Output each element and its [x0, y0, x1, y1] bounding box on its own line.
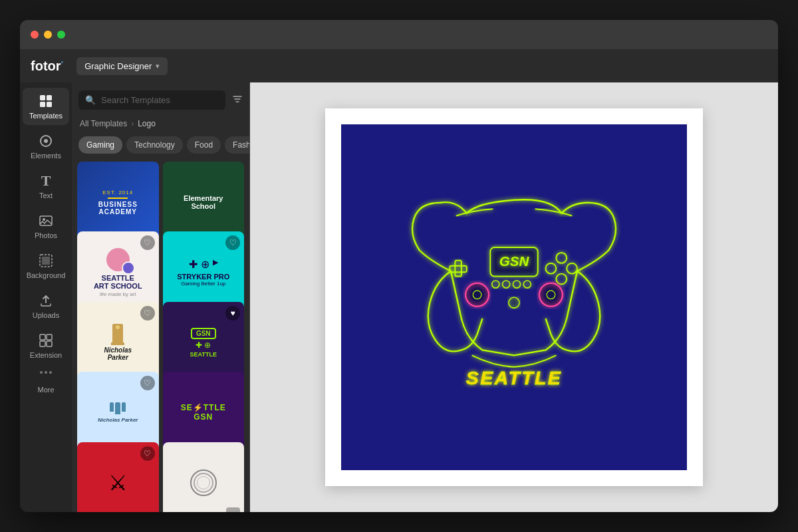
svg-rect-11: [47, 334, 52, 340]
svg-point-30: [509, 297, 519, 308]
sidebar-item-background[interactable]: Background: [23, 247, 69, 285]
template-card-4[interactable]: ♡ ✚⊕▶ STRYKER PRO Gaming Better 1up: [163, 231, 245, 313]
svg-point-19: [556, 273, 567, 284]
template-card-10[interactable]: ▲: [163, 442, 245, 512]
favorite-icon-7[interactable]: ♡: [140, 376, 155, 390]
favorite-icon-9[interactable]: ♡: [140, 446, 155, 461]
svg-rect-13: [47, 341, 52, 346]
top-header: fotor° Graphic Designer: [20, 49, 778, 82]
sidebar-item-templates[interactable]: Templates: [23, 88, 69, 125]
svg-point-29: [547, 291, 555, 299]
svg-text:SEATTLE: SEATTLE: [466, 367, 562, 388]
elements-label: Elements: [31, 152, 61, 160]
sidebar-item-photos[interactable]: Photos: [23, 207, 69, 245]
template-card-8[interactable]: SE⚡TTLE GSN: [163, 372, 245, 454]
svg-point-17: [567, 263, 577, 274]
templates-label: Templates: [29, 112, 63, 120]
category-tab-technology[interactable]: Technology: [126, 136, 183, 154]
templates-icon: [38, 93, 54, 109]
sidebar-item-text[interactable]: T Text: [23, 168, 69, 205]
svg-rect-10: [40, 334, 45, 340]
svg-point-27: [473, 291, 481, 299]
search-icon: 🔍: [85, 95, 96, 105]
main-content: Templates Elements T Text: [20, 82, 778, 512]
templates-panel: 🔍 All Templates ›: [72, 82, 250, 512]
breadcrumb-parent[interactable]: All Templates: [80, 119, 127, 128]
traffic-lights: [31, 31, 65, 39]
svg-rect-2: [40, 102, 45, 107]
minimize-button[interactable]: [44, 31, 52, 39]
maximize-button[interactable]: [57, 31, 65, 39]
filter-button[interactable]: [232, 94, 243, 106]
graphic-designer-dropdown[interactable]: Graphic Designer: [76, 57, 168, 75]
svg-rect-3: [47, 102, 52, 107]
sidebar-item-more[interactable]: More: [23, 380, 69, 399]
app-body: fotor° Graphic Designer: [20, 49, 778, 512]
template-card-9[interactable]: ♡ ⚔: [77, 442, 159, 512]
favorite-icon-3[interactable]: ♡: [140, 235, 155, 250]
svg-point-7: [43, 218, 45, 221]
category-tabs: Gaming Technology Food Fashion ›: [72, 132, 249, 158]
app-window: fotor° Graphic Designer: [20, 20, 778, 512]
svg-point-18: [546, 263, 557, 274]
photos-label: Photos: [35, 231, 57, 239]
extension-label: Extension: [30, 351, 62, 359]
scroll-top-btn[interactable]: ▲: [226, 507, 240, 512]
text-icon: T: [38, 173, 54, 189]
fotor-logo: fotor°: [31, 59, 63, 74]
svg-point-16: [556, 253, 567, 263]
more-dots: [40, 371, 52, 374]
template-card-2[interactable]: Elementary School: [163, 162, 245, 243]
svg-rect-1: [47, 95, 52, 100]
category-tab-gaming[interactable]: Gaming: [78, 136, 122, 154]
background-label: Background: [27, 271, 66, 279]
search-input[interactable]: [101, 95, 219, 105]
breadcrumb-separator: ›: [131, 119, 134, 128]
text-label: Text: [39, 192, 53, 200]
controller-graphic: GSN: [388, 187, 640, 408]
sidebar-nav: Templates Elements T Text: [20, 82, 72, 512]
svg-rect-15: [450, 266, 466, 273]
template-grid: EST. 2014 BUSINESS ACADEMY Elementary Sc…: [72, 158, 249, 512]
canvas-wrapper: GSN: [325, 108, 703, 486]
breadcrumb-current: Logo: [138, 119, 156, 128]
svg-point-22: [492, 281, 499, 288]
extension-icon: [38, 332, 54, 348]
svg-point-25: [523, 281, 531, 288]
category-tab-food[interactable]: Food: [187, 136, 221, 154]
search-area: 🔍: [72, 82, 249, 115]
sidebar-item-extension[interactable]: Extension: [23, 327, 69, 364]
svg-rect-0: [40, 95, 45, 100]
favorite-icon-6[interactable]: ♥: [225, 306, 240, 321]
search-box: 🔍: [78, 90, 225, 110]
svg-point-5: [44, 139, 48, 143]
favorite-icon-4[interactable]: ♡: [225, 235, 240, 250]
title-bar: [20, 20, 778, 49]
svg-rect-12: [40, 341, 45, 346]
svg-point-23: [503, 281, 510, 288]
uploads-label: Uploads: [33, 311, 59, 319]
sidebar-item-elements[interactable]: Elements: [23, 128, 69, 165]
close-button[interactable]: [31, 31, 39, 39]
elements-icon: [38, 133, 54, 149]
svg-point-24: [513, 281, 520, 288]
more-label: More: [37, 386, 54, 394]
template-card-3[interactable]: ♡ SEATTLE ART SCHOOL life made by art: [77, 231, 159, 313]
canvas-content[interactable]: GSN: [341, 124, 687, 470]
svg-rect-14: [455, 261, 462, 277]
template-card-5[interactable]: ♡ Nicholas Parker: [77, 302, 159, 384]
favorite-icon-5[interactable]: ♡: [140, 306, 155, 321]
photos-icon: [38, 213, 54, 229]
canvas-area[interactable]: GSN: [250, 82, 778, 512]
sidebar-item-uploads[interactable]: Uploads: [23, 287, 69, 325]
template-card-1[interactable]: EST. 2014 BUSINESS ACADEMY: [77, 162, 159, 243]
svg-rect-9: [42, 257, 50, 265]
template-card-6[interactable]: ♥ GSN ✚⊕ SEATTLE: [163, 302, 245, 384]
svg-text:GSN: GSN: [499, 253, 530, 269]
uploads-icon: [38, 293, 54, 309]
category-tab-fashion[interactable]: Fashion: [225, 136, 249, 154]
background-icon: [38, 253, 54, 269]
breadcrumb: All Templates › Logo: [72, 115, 249, 132]
svg-rect-6: [40, 216, 52, 225]
template-card-7[interactable]: ♡ Nicholas Parker: [77, 372, 159, 454]
